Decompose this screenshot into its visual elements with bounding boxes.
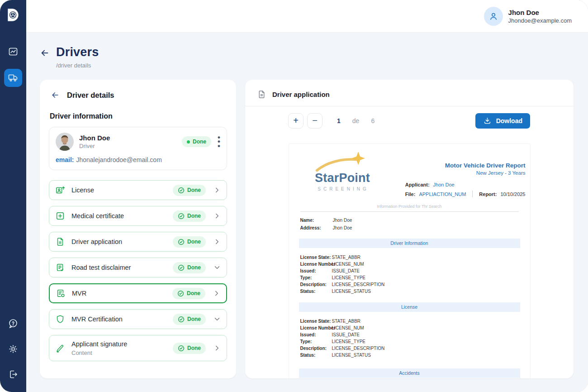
email-value: Jhonalejandrodoe@email.com — [76, 156, 161, 163]
back-arrow-icon — [40, 48, 50, 58]
document-viewer-panel: Driver application + − 1 de 6 — [245, 80, 574, 378]
status-badge: Done — [173, 262, 206, 273]
driver-email-row: email:Jhonalejandrodoe@email.com — [56, 156, 220, 163]
user-name: Jhon Doe — [508, 9, 572, 16]
check-circle-icon — [178, 239, 185, 245]
status-dot-icon — [187, 140, 190, 143]
list-item-mvr-certification[interactable]: MVR Certification Done — [49, 309, 227, 329]
driver-avatar — [56, 133, 74, 151]
check-circle-icon — [178, 187, 185, 194]
section-heading: Driver information — [49, 112, 227, 120]
email-label: email: — [56, 156, 74, 163]
brand-subtitle: SCREENING — [316, 186, 371, 191]
viewer-toolbar: + − 1 de 6 Dowload — [245, 106, 574, 129]
user-menu[interactable]: Jhon Doe Jhondoe@example.com — [484, 7, 572, 26]
chevron-right-icon[interactable] — [213, 212, 221, 220]
user-avatar — [484, 7, 503, 26]
settings-button[interactable] — [7, 343, 19, 355]
page-total: 6 — [371, 117, 375, 124]
driver-name: Jhon Doe — [79, 134, 110, 142]
sidebar — [0, 0, 26, 392]
document-note: Information Provided for Thr Search — [289, 204, 530, 209]
id-upload-icon — [55, 185, 66, 196]
list-item-license[interactable]: License Done — [49, 180, 227, 200]
status-badge: Done — [172, 288, 205, 299]
driver-information-fields: License State:STATE_ABBR License NumberL… — [289, 248, 530, 296]
sidebar-nav — [4, 43, 22, 87]
chevron-down-icon[interactable] — [213, 315, 221, 323]
section-banner-license: License — [299, 302, 520, 312]
panel-title: Driver details — [67, 91, 114, 100]
list-item-mvr[interactable]: MVR Done — [49, 283, 227, 303]
list-item-medical-certificate[interactable]: Medical certificate Done — [49, 206, 227, 226]
app-window: Jhon Doe Jhondoe@example.com Drivers /dr… — [0, 0, 588, 392]
star-swoosh-icon — [315, 151, 370, 173]
download-icon — [483, 117, 492, 125]
file-report-row: File: APPLIACTION_NUM Report: 10/10/2025 — [405, 191, 526, 197]
person-icon — [488, 11, 499, 22]
list-item-driver-application[interactable]: Driver application Done — [49, 232, 227, 252]
item-sublabel: Content — [71, 349, 127, 356]
shield-icon — [55, 314, 66, 325]
check-circle-icon — [177, 290, 184, 297]
zoom-out-button[interactable]: − — [307, 113, 322, 129]
name-address-block: Name:Jhon Doe Addiress:Jhon Doe — [289, 212, 530, 232]
user-email: Jhondoe@example.com — [508, 17, 572, 24]
section-banner-driver-information: Driver Information — [299, 239, 520, 248]
logout-icon — [8, 369, 19, 380]
breadcrumb: /driver details — [56, 62, 99, 69]
chevron-right-icon[interactable] — [213, 186, 221, 194]
help-icon — [8, 318, 19, 329]
license-fields: License State:STATE_ABBR License NumberL… — [289, 312, 530, 359]
chevron-right-icon[interactable] — [213, 289, 221, 297]
viewer-title: Driver application — [272, 91, 330, 98]
brand-logo-icon — [5, 7, 21, 23]
report-title: Motor Vehicle Driver Report — [405, 162, 526, 169]
status-badge: Done — [173, 343, 206, 354]
list-item-road-test-disclaimer[interactable]: Road test disclaimer Done — [49, 258, 227, 277]
page-title: Drivers — [56, 45, 99, 59]
report-subtitle: New Jersey - 3 Years — [405, 170, 526, 176]
driver-card-menu-button[interactable]: ••• — [218, 135, 220, 148]
topbar: Jhon Doe Jhondoe@example.com — [26, 0, 588, 33]
truck-icon — [8, 72, 19, 83]
panel-back-button[interactable] — [51, 91, 60, 100]
document-icon — [55, 236, 66, 247]
signature-pen-icon — [55, 343, 66, 354]
download-button[interactable]: Dowload — [475, 113, 530, 129]
page-separator: de — [352, 117, 360, 124]
divider — [472, 191, 473, 197]
sidebar-item-drivers[interactable] — [4, 69, 22, 87]
document-item-list: License Done — [49, 180, 227, 361]
check-circle-icon — [178, 316, 185, 323]
driver-details-panel: Driver details Driver information — [40, 80, 236, 378]
clipboard-check-icon — [55, 262, 66, 273]
chevron-down-icon[interactable] — [213, 263, 221, 272]
document-badge-icon — [55, 288, 66, 299]
sidebar-bottom — [7, 318, 19, 380]
page-current: 1 — [337, 117, 341, 124]
logout-button[interactable] — [7, 368, 19, 380]
chevron-right-icon[interactable] — [213, 238, 221, 246]
starpoint-logo: StarPoint SCREENING — [314, 151, 371, 197]
sidebar-item-dashboard[interactable] — [4, 43, 22, 61]
document-page-area[interactable]: StarPoint SCREENING Motor Vehicle Driver… — [245, 143, 574, 378]
status-badge: Done — [173, 236, 206, 248]
zoom-in-button[interactable]: + — [288, 113, 303, 129]
viewer-header: Driver application — [245, 80, 574, 106]
medical-cross-icon — [55, 210, 66, 221]
document-page: StarPoint SCREENING Motor Vehicle Driver… — [289, 143, 531, 378]
page-back-button[interactable] — [40, 48, 50, 60]
content-area: Drivers /driver details Driver details — [26, 33, 588, 392]
check-circle-icon — [178, 264, 185, 271]
driver-info-card: Jhon Doe Driver Done ••• email:Jhonaleja… — [49, 127, 227, 170]
back-arrow-icon — [51, 91, 60, 100]
driver-status-badge: Done — [182, 136, 211, 147]
gear-icon — [8, 344, 19, 354]
list-item-applicant-signature[interactable]: Applicant signature Content Done — [49, 335, 227, 361]
driver-role: Driver — [79, 143, 110, 149]
chevron-right-icon[interactable] — [213, 344, 221, 352]
help-button[interactable] — [7, 318, 19, 330]
check-circle-icon — [178, 345, 185, 352]
status-badge: Done — [173, 314, 206, 325]
